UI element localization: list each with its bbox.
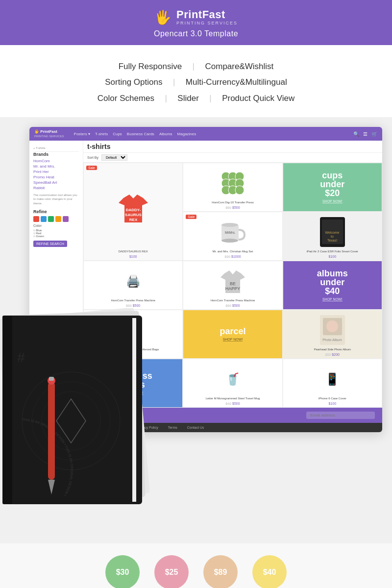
color-swatches: [33, 216, 79, 222]
brand-homcom[interactable]: HomCom: [33, 159, 79, 163]
swatch-blue: [41, 216, 47, 222]
svg-text:DADDY-: DADDY-: [125, 208, 141, 212]
product-cell-iphone: 📱 iPhone 6 Case Cover $100: [283, 359, 382, 408]
sticker-image: [185, 165, 280, 201]
nav-cups[interactable]: Cups: [113, 132, 122, 136]
logo-text-group: PrintFast PRINTING SERVICES: [176, 9, 238, 25]
swatch-orange: [55, 216, 61, 222]
badge-posters: $30 posters SHOP NOW!: [105, 555, 140, 588]
product-price-iphone: $100: [329, 402, 337, 405]
feature-fully-responsive: Fully Responsive: [119, 62, 182, 71]
badge-circle-magazines: $40: [252, 555, 287, 588]
shop-nav-bar: 🖐 PrintFastPRINTING SERVICES Posters ▾ T…: [29, 127, 382, 141]
promo-parcel-title: parcel: [220, 327, 245, 336]
svg-text:HAPPY: HAPPY: [225, 286, 241, 291]
notebook-overlay: THIS IS AN ORIGINAL DESIGN • THIS IS AN …: [0, 308, 162, 519]
menu-icon[interactable]: ☰: [363, 131, 368, 137]
search-icon[interactable]: 🔍: [353, 131, 359, 137]
svg-point-12: [235, 186, 244, 195]
product-cell-stickers: HomCom Dig-10 Transfer Press $60 $500: [183, 163, 282, 212]
product-cell-ipad: Welcome to Texas! iPad Air 2 Case ESR Fo…: [283, 212, 382, 261]
product-cell-press: 🖨️ HomCom Transfer Press Machine $60 $50…: [83, 261, 183, 310]
sale-badge-mug: Sale: [186, 215, 196, 219]
product-price-photo-album: $50 $200: [325, 353, 340, 356]
shop-logo: 🖐 PrintFastPRINTING SERVICES: [34, 129, 64, 138]
brand-name: PrintFast: [176, 9, 238, 21]
svg-text:BE: BE: [230, 281, 236, 286]
travel-mug-image: 🥤: [185, 361, 280, 397]
brand-mr-mrs[interactable]: Mr. and Mrs.: [33, 164, 79, 169]
promo-parcel-cta[interactable]: SHOP NOW!: [223, 338, 243, 342]
svg-marker-42: [48, 480, 55, 494]
svg-point-28: [326, 320, 338, 332]
shop-nav: 🖐 PrintFastPRINTING SERVICES Posters ▾ T…: [34, 129, 196, 138]
features-bar: Fully Responsive | Compare&Wishlist Sort…: [0, 45, 392, 117]
product-price-behappy: $60 $500: [225, 304, 240, 307]
svg-rect-44: [49, 377, 54, 381]
svg-text:SAURUS: SAURUS: [125, 213, 142, 217]
swatch-green: [48, 216, 54, 222]
iphone-image: 📱: [285, 361, 380, 397]
swatch-red: [33, 216, 39, 222]
customise-text: The customisation tool allows you to mak…: [33, 193, 79, 205]
page-header: 🖐 PrintFast PRINTING SERVICES Opencart 3…: [0, 0, 392, 45]
brand-subtitle: PRINTING SERVICES: [176, 21, 238, 25]
logo-row: 🖐 PrintFast PRINTING SERVICES: [154, 9, 238, 25]
refine-label: Refine: [33, 209, 79, 214]
sort-bar: Sort By Default: [83, 153, 382, 163]
product-cell-mug: Sale Mr. Mrs. Mr. and Mrs. Chris: [183, 212, 282, 261]
product-price-stickers: $60 $500: [225, 206, 240, 209]
footer-contact[interactable]: Contact Us: [187, 426, 204, 429]
product-price-travel-mug: $40 $500: [225, 402, 240, 405]
brand-promo-heat[interactable]: Promo Heat: [33, 175, 79, 179]
product-price-mug: $30 $1000: [224, 255, 241, 258]
logo-icon: 🖐: [154, 9, 172, 25]
brand-rabbit[interactable]: Rabbit: [33, 186, 79, 190]
nav-magazines[interactable]: Magazines: [177, 132, 196, 136]
badge-price-magazines: $40: [263, 568, 276, 577]
badge-circle-cups: $25: [154, 555, 189, 588]
svg-rect-41: [48, 382, 55, 480]
product-name-stickers: HomCom Dig-10 Transfer Press: [212, 201, 253, 205]
badge-tshirts: $89 t-shirts SHOP NOW!: [203, 555, 238, 588]
brand-speedball[interactable]: SpeedBall Art: [33, 180, 79, 185]
mug-image: Mr. Mrs.: [185, 214, 280, 250]
sep4: |: [207, 94, 217, 103]
badge-cups: $25 cups SHOP NOW!: [154, 555, 189, 588]
feature-slider: Slider: [177, 94, 198, 103]
nav-icons: 🔍 ☰ 🛒: [353, 131, 377, 137]
sep3: |: [163, 94, 172, 103]
product-cell-behappy: BE HAPPY HornCom Transfer Press Machine …: [183, 261, 282, 310]
sale-badge: Sale: [86, 166, 97, 170]
product-price-press: $60 $500: [126, 304, 140, 307]
sort-select[interactable]: Default: [101, 154, 127, 161]
promo-albums-cta[interactable]: SHOP NOW!: [322, 297, 343, 301]
promo-cups-title: cupsunder$20: [320, 171, 344, 197]
signup-email-input[interactable]: [306, 412, 375, 419]
nav-posters[interactable]: Posters ▾: [74, 132, 90, 136]
product-price-tshirt: $100: [129, 255, 137, 258]
svg-text:Mrs.: Mrs.: [229, 231, 236, 234]
promo-albums-title: albumsunder$40: [317, 269, 348, 295]
brands-label: Brands: [33, 152, 79, 157]
promo-cups-cta[interactable]: SHOP NOW!: [322, 199, 343, 203]
feature-compare-wishlist: Compare&Wishlist: [205, 62, 273, 71]
svg-text:#: #: [17, 350, 25, 365]
cart-icon[interactable]: 🛒: [371, 131, 377, 137]
refine-section: Refine Color ○ Blue ○ Red ○ Green REFINE…: [33, 209, 79, 247]
nav-tshirts[interactable]: T-shirts: [95, 132, 108, 136]
feature-sorting: Sorting Options: [105, 77, 162, 87]
product-cell-photo-album: Photo Album Pearhead Side Photo Album $5…: [283, 310, 382, 359]
swatch-purple: [63, 216, 69, 222]
feature-multicurrency: Multi-Currency&Multilingual: [186, 77, 287, 87]
brand-print-her[interactable]: Print Her: [33, 170, 79, 174]
svg-point-14: [221, 223, 238, 227]
press-image: 🖨️: [86, 263, 180, 299]
refine-search-button[interactable]: REFINE SEARCH: [33, 241, 67, 247]
nav-bizcard[interactable]: Business Cards: [127, 132, 154, 136]
tshirts-heading: t-shirts: [83, 141, 382, 153]
badges-row: $30 posters SHOP NOW! $25 cups SHOP NOW!…: [0, 543, 392, 588]
footer-terms[interactable]: Terms: [168, 426, 177, 429]
svg-rect-33: [2, 316, 12, 504]
nav-albums[interactable]: Albums: [159, 132, 172, 136]
